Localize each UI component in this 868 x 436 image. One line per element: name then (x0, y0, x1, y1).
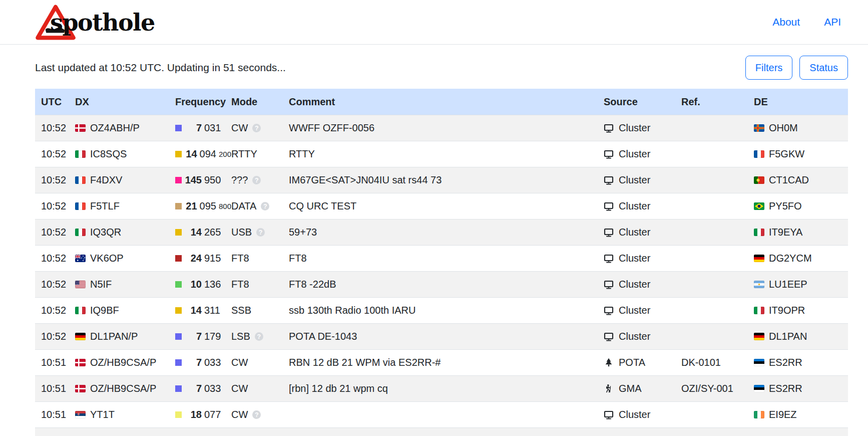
de-callsign[interactable]: OH0M (769, 122, 798, 134)
gma-icon (604, 384, 614, 394)
last-updated-status: Last updated at 10:52 UTC. Updating in 5… (35, 62, 286, 74)
frequency-cell: 7033 (175, 383, 231, 394)
dx-callsign[interactable]: IC8SQS (90, 148, 127, 160)
frequency-khz: 950 (204, 174, 221, 186)
toolbar-buttons: Filters Status (745, 56, 848, 80)
dx-cell: F4DXV (75, 174, 175, 186)
table-row[interactable]: 10:52VK6OP24915FT8FT8ClusterDG2YCM (35, 245, 848, 271)
dx-cell: N5IF (75, 279, 175, 290)
dx-callsign[interactable]: IQ3QR (90, 227, 121, 238)
band-color-swatch (175, 229, 182, 236)
de-callsign[interactable]: EI9EZ (769, 409, 797, 420)
dx-callsign[interactable]: OZ/HB9CSA/P (90, 383, 156, 394)
frequency-hz: 200 (219, 150, 231, 158)
dx-callsign[interactable]: OZ/HB9CSA/P (90, 357, 156, 368)
toolbar: Last updated at 10:52 UTC. Updating in 5… (0, 45, 868, 88)
dx-callsign[interactable]: N5IF (90, 279, 112, 290)
pota-icon (604, 358, 614, 368)
frequency-cell: 7033 (175, 357, 231, 368)
dx-cell: IQ9BF (75, 305, 175, 316)
table-row[interactable]: 10:52IC8SQS14094200RTTYRTTYClusterF5GKW (35, 141, 848, 167)
table-row[interactable]: 10:52N5IF10136FT8FT8 -22dBClusterLU1EEP (35, 271, 848, 297)
fr-flag-icon (75, 176, 86, 184)
dx-callsign[interactable]: DL1PAN/P (90, 331, 138, 342)
mode-cell: RTTY (231, 148, 289, 160)
mode-help-icon[interactable]: ? (256, 228, 265, 237)
frequency-khz: 033 (204, 383, 221, 394)
table-row[interactable]: 10:52F4DXV145950????IM67GE<SAT>JN04IU sa… (35, 167, 848, 193)
source-label: GMA (619, 383, 642, 394)
mode-label: ??? (231, 174, 248, 186)
band-color-swatch (175, 177, 182, 183)
frequency-cell: 14311 (175, 305, 231, 316)
de-callsign[interactable]: IT9EYA (769, 227, 802, 238)
dx-callsign[interactable]: VK6OP (90, 253, 124, 264)
comment-cell: POTA DE-1043 (289, 331, 598, 342)
column-header-ref: Ref. (675, 96, 748, 108)
comment-cell: FT8 (289, 253, 598, 264)
source-cell: Cluster (598, 227, 675, 238)
table-row[interactable]: 10:52F5TLF21095800DATA?CQ URC TESTCluste… (35, 193, 848, 219)
frequency-cell: 7179 (175, 331, 231, 342)
nav-link-about[interactable]: About (772, 16, 800, 28)
mode-label: SSB (231, 305, 251, 316)
mode-help-icon[interactable]: ? (261, 202, 269, 210)
dx-callsign[interactable]: YT1T (90, 409, 115, 420)
de-callsign[interactable]: DL1PAN (769, 331, 807, 342)
comment-cell: RBN 12 dB 21 WPM via ES2RR-# (289, 357, 598, 368)
source-label: Cluster (619, 331, 650, 342)
de-cell: ES2RR (748, 357, 848, 368)
frequency-khz: 095 (200, 200, 216, 212)
mode-help-icon[interactable]: ? (252, 124, 261, 132)
status-button[interactable]: Status (799, 56, 848, 80)
dx-callsign[interactable]: F5TLF (90, 200, 120, 212)
dx-callsign[interactable]: F4DXV (90, 174, 122, 186)
de-callsign[interactable]: ES2RR (769, 383, 802, 394)
logo[interactable]: spothole (35, 4, 155, 41)
de-cell: IT9OPR (748, 305, 848, 316)
frequency-cell: 14094200 (175, 148, 231, 160)
de-callsign[interactable]: IT9OPR (769, 305, 805, 316)
table-row[interactable]: 10:51OZ/HB9CSA/P7033CWRBN 12 dB 21 WPM v… (35, 349, 848, 375)
table-row[interactable]: 10:52IQ9BF14311SSBssb 130th Radio 100th … (35, 297, 848, 323)
de-callsign[interactable]: DG2YCM (769, 253, 812, 264)
frequency-mhz: 14 (182, 227, 202, 238)
dx-callsign[interactable]: IQ9BF (90, 305, 119, 316)
frequency-mhz: 145 (182, 174, 202, 186)
frequency-mhz: 7 (182, 331, 202, 342)
table-row[interactable]: 10:51OZ/HB9CSA/P7033CW[rbn] 12 db 21 wpm… (35, 375, 848, 401)
table-row[interactable]: 10:51V6D3573FT8FT8ClusterJI2KDZ (35, 427, 848, 436)
utc-cell: 10:52 (35, 253, 75, 264)
dk-flag-icon (75, 124, 86, 132)
frequency-cell: 7031 (175, 122, 231, 134)
mode-cell: USB? (231, 227, 289, 238)
dx-callsign[interactable]: OZ4ABH/P (90, 122, 140, 134)
source-cell: Cluster (598, 122, 675, 134)
column-header-mode: Mode (231, 96, 289, 108)
table-row[interactable]: 10:52OZ4ABH/P7031CW?WWFF OZFF-0056Cluste… (35, 115, 848, 141)
nav-link-api[interactable]: API (824, 16, 841, 28)
table-row[interactable]: 10:52IQ3QR14265USB?59+73ClusterIT9EYA (35, 219, 848, 245)
mode-label: CW (231, 383, 248, 394)
frequency-cell: 10136 (175, 279, 231, 290)
de-cell: PY5FO (748, 200, 848, 212)
mode-help-icon[interactable]: ? (255, 332, 263, 341)
dk-flag-icon (75, 359, 86, 366)
mode-cell: CW (231, 383, 289, 394)
mode-cell: LSB? (231, 331, 289, 342)
table-row[interactable]: 10:51YT1T18077CW?ClusterEI9EZ (35, 401, 848, 427)
de-callsign[interactable]: LU1EEP (769, 279, 807, 290)
de-callsign[interactable]: CT1CAD (769, 174, 809, 186)
de-callsign[interactable]: ES2RR (769, 357, 802, 368)
de-callsign[interactable]: PY5FO (769, 200, 802, 212)
comment-cell: IM67GE<SAT>JN04IU sat rs44 73 (289, 174, 598, 186)
de-callsign[interactable]: F5GKW (769, 148, 804, 160)
utc-cell: 10:52 (35, 305, 75, 316)
filters-button[interactable]: Filters (745, 56, 792, 80)
table-row[interactable]: 10:52DL1PAN/P7179LSB?POTA DE-1043Cluster… (35, 323, 848, 349)
mode-help-icon[interactable]: ? (252, 410, 261, 419)
mode-help-icon[interactable]: ? (252, 176, 261, 184)
frequency-mhz: 7 (182, 357, 202, 368)
source-cell: Cluster (598, 409, 675, 420)
de-cell: LU1EEP (748, 279, 848, 290)
